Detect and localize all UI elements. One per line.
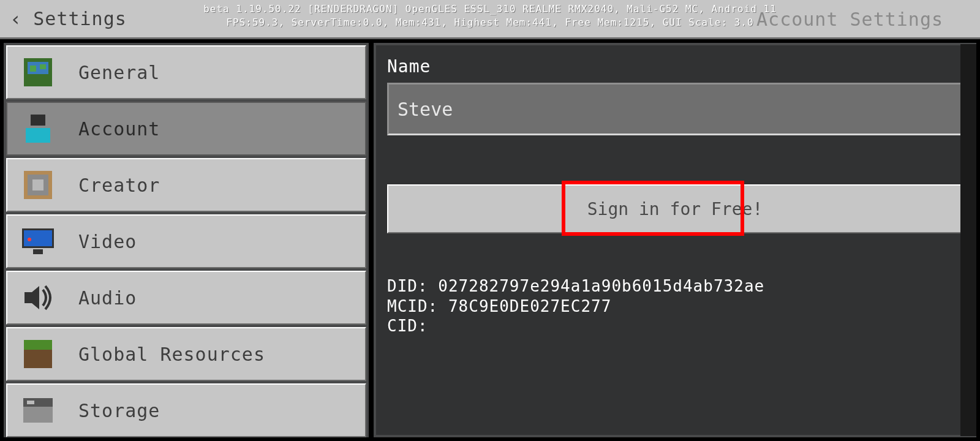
sidebar-item-label: Video — [78, 231, 137, 252]
speaker-icon — [22, 282, 54, 314]
sidebar-item-audio[interactable]: Audio — [6, 271, 366, 325]
monitor-icon — [22, 225, 54, 257]
svg-rect-18 — [27, 401, 34, 404]
settings-sidebar: General Account Creator Video Audio — [4, 43, 369, 437]
command-block-icon — [22, 169, 54, 201]
sidebar-item-general[interactable]: General — [6, 45, 366, 99]
debug-overlay: beta 1.19.50.22 [RENDERDRAGON] OpenGLES … — [0, 2, 980, 29]
back-button[interactable]: ‹ Settings — [10, 0, 127, 37]
svg-rect-17 — [23, 407, 53, 423]
profile-icon — [22, 113, 54, 145]
sidebar-item-label: Global Resources — [78, 344, 265, 365]
svg-rect-2 — [30, 66, 36, 72]
sidebar-item-label: Creator — [78, 175, 160, 196]
sidebar-item-label: Audio — [78, 287, 137, 309]
main-area: General Account Creator Video Audio — [0, 39, 980, 441]
name-label: Name — [387, 56, 963, 77]
sidebar-item-creator[interactable]: Creator — [6, 158, 366, 212]
storage-icon — [22, 394, 54, 426]
name-input[interactable] — [387, 83, 963, 135]
chevron-left-icon: ‹ — [10, 9, 22, 29]
svg-rect-11 — [33, 249, 43, 254]
svg-rect-4 — [31, 115, 45, 126]
topbar-title: Settings — [33, 8, 127, 29]
svg-rect-3 — [40, 64, 46, 69]
account-panel: Name Sign in for Free! DID: 027282797e29… — [376, 45, 974, 435]
sidebar-item-video[interactable]: Video — [6, 214, 366, 268]
sidebar-item-label: Storage — [78, 400, 160, 421]
sidebar-item-account[interactable]: Account — [6, 102, 366, 156]
sidebar-item-label: Account — [78, 118, 160, 140]
svg-rect-5 — [26, 128, 50, 143]
signin-wrap: Sign in for Free! — [387, 184, 963, 233]
sidebar-item-storage[interactable]: Storage — [6, 383, 366, 437]
sidebar-item-label: General — [78, 62, 160, 83]
settings-topbar: ‹ Settings Account Settings beta 1.19.50… — [0, 0, 980, 39]
account-ids: DID: 027282797e294a1a90b6015d4ab732ae MC… — [387, 276, 963, 336]
content-panel-wrap: Name Sign in for Free! DID: 027282797e29… — [374, 43, 976, 437]
grass-block-icon — [22, 338, 54, 370]
panel-title-faded: Account Settings — [756, 9, 943, 30]
scrollbar[interactable] — [960, 44, 976, 436]
sidebar-item-global-resources[interactable]: Global Resources — [6, 327, 366, 381]
svg-point-12 — [28, 238, 31, 241]
svg-marker-13 — [24, 286, 39, 309]
sign-in-button[interactable]: Sign in for Free! — [387, 184, 963, 233]
svg-rect-8 — [32, 179, 43, 190]
globe-icon — [22, 56, 54, 88]
svg-rect-15 — [24, 340, 52, 350]
